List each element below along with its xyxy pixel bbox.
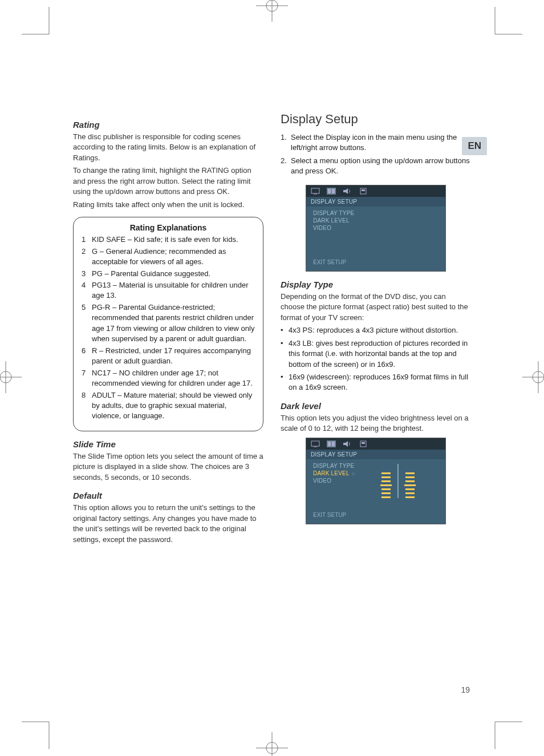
- registration-mark-icon: [522, 361, 544, 395]
- display-type-heading: Display Type: [281, 280, 471, 289]
- rating-heading: Rating: [73, 120, 263, 130]
- step-item: 1.Select the Display icon in the main me…: [281, 132, 471, 153]
- osd-menu-item: DISPLAY TYPE: [313, 210, 376, 216]
- osd-header: DISPLAY SETUP: [306, 450, 445, 459]
- rating-item: 6R – Restricted, under 17 requires accom…: [82, 346, 255, 367]
- step-number: 2.: [281, 156, 290, 177]
- bullet-item: •16x9 (widescreen): reproduces 16x9 form…: [281, 372, 471, 393]
- setup-icon: [359, 440, 368, 447]
- dark-level-heading: Dark level: [281, 401, 471, 411]
- slide-time-body: The Slide Time option lets you select th…: [73, 451, 263, 483]
- rating-item-text: NC17 – NO children under age 17; not rec…: [92, 368, 255, 389]
- osd-topbar: [306, 185, 445, 197]
- display-type-intro: Depending on the format of the DVD disc,…: [281, 292, 471, 323]
- bullet-text: 16x9 (widescreen): reproduces 16x9 forma…: [289, 372, 471, 393]
- rating-item: 5PG-R – Parental Guidance-restricted; re…: [82, 302, 255, 345]
- rating-paragraph: Rating limits take affect only when the …: [73, 200, 263, 210]
- osd-menu-item: VIDEO: [313, 478, 376, 484]
- rating-paragraph: To change the rating limit, highlight th…: [73, 165, 263, 197]
- bullet-dot-icon: •: [281, 338, 289, 370]
- bullet-dot-icon: •: [281, 325, 289, 335]
- brightness-slider-graphic: [380, 463, 416, 498]
- rating-item-number: 5: [82, 302, 92, 345]
- page-number: 19: [461, 685, 470, 694]
- crop-mark-icon: [22, 713, 56, 749]
- display-setup-heading: Display Setup: [281, 112, 471, 127]
- rating-item-number: 2: [82, 246, 92, 268]
- crop-mark-icon: [488, 713, 522, 749]
- step-text: Select a menu option using the up/down a…: [290, 156, 471, 177]
- svg-rect-18: [362, 189, 365, 191]
- crop-mark-icon: [488, 7, 522, 43]
- registration-mark-icon: [256, 732, 288, 756]
- bullet-text: 4x3 PS: reproduces a 4x3 picture without…: [289, 325, 471, 335]
- step-item: 2.Select a menu option using the up/down…: [281, 156, 471, 177]
- monitor-icon: [311, 440, 320, 447]
- audio-icon: [343, 188, 352, 195]
- language-tab: EN: [462, 137, 487, 155]
- rating-item-text: PG13 – Material is unsuitable for childr…: [92, 280, 255, 301]
- osd-header: DISPLAY SETUP: [306, 197, 445, 207]
- step-text: Select the Display icon in the main menu…: [290, 132, 471, 153]
- registration-mark-icon: [256, 0, 288, 24]
- rating-explanations-title: Rating Explanations: [82, 223, 255, 232]
- bullet-dot-icon: •: [281, 372, 289, 393]
- rating-item: 1KID SAFE – Kid safe; it is safe even fo…: [82, 235, 255, 245]
- bullet-item: •4x3 LB: gives best reproduction of pict…: [281, 338, 471, 370]
- rating-item: 4PG13 – Material is unsuitable for child…: [82, 280, 255, 301]
- rating-item-text: R – Restricted, under 17 requires accomp…: [92, 346, 255, 367]
- svg-rect-19: [311, 441, 319, 446]
- rating-item-number: 4: [82, 280, 92, 301]
- rating-item-text: PG-R – Parental Guidance-restricted; rec…: [92, 302, 255, 345]
- step-number: 1.: [281, 132, 290, 153]
- default-heading: Default: [73, 491, 263, 500]
- svg-rect-12: [311, 188, 319, 193]
- osd-display-setup-screenshot: DISPLAY SETUP DISPLAY TYPEDARK LEVELVIDE…: [306, 185, 446, 272]
- triangle-right-icon: ▶: [352, 470, 356, 476]
- speaker-icon: [327, 440, 336, 447]
- rating-item-number: 3: [82, 269, 92, 279]
- rating-item-number: 1: [82, 235, 92, 245]
- rating-item-text: PG – Parental Guidance suggested.: [92, 269, 255, 279]
- monitor-icon: [311, 188, 320, 195]
- rating-item: 2G – General Audience; recommended as ac…: [82, 246, 255, 268]
- rating-item-text: G – General Audience; recommended as acc…: [92, 246, 255, 268]
- rating-explanations-box: Rating Explanations 1KID SAFE – Kid safe…: [73, 217, 263, 431]
- svg-rect-22: [332, 442, 335, 446]
- slide-time-heading: Slide Time: [73, 439, 263, 449]
- setup-icon: [359, 188, 368, 195]
- rating-item-number: 8: [82, 390, 92, 422]
- bullet-item: •4x3 PS: reproduces a 4x3 picture withou…: [281, 325, 471, 335]
- default-body: This option allows you to return the uni…: [73, 503, 263, 545]
- osd-dark-level-screenshot: DISPLAY SETUP DISPLAY TYPEDARK LEVEL ▶VI…: [306, 438, 446, 524]
- rating-item: 7NC17 – NO children under age 17; not re…: [82, 368, 255, 389]
- svg-rect-25: [362, 442, 365, 444]
- rating-item: 8ADULT – Mature material; should be view…: [82, 390, 255, 422]
- osd-exit-setup: EXIT SETUP: [306, 256, 445, 271]
- osd-menu-item: DARK LEVEL: [313, 217, 376, 224]
- rating-item: 3PG – Parental Guidance suggested.: [82, 269, 255, 279]
- svg-rect-21: [328, 442, 331, 446]
- rating-item-text: KID SAFE – Kid safe; it is safe even for…: [92, 235, 255, 245]
- rating-item-text: ADULT – Mature material; should be viewe…: [92, 390, 255, 422]
- osd-menu-item: VIDEO: [313, 225, 376, 231]
- svg-rect-15: [332, 189, 335, 193]
- osd-topbar: [306, 438, 445, 450]
- audio-icon: [343, 440, 352, 447]
- svg-marker-23: [343, 441, 348, 447]
- svg-rect-14: [328, 189, 331, 193]
- osd-menu-item: DISPLAY TYPE: [313, 463, 376, 469]
- rating-item-number: 7: [82, 368, 92, 389]
- crop-mark-icon: [22, 7, 56, 43]
- svg-marker-16: [343, 188, 348, 194]
- dark-level-body: This option lets you adjust the video br…: [281, 413, 471, 434]
- osd-menu-item: DARK LEVEL ▶: [313, 470, 376, 476]
- rating-paragraph: The disc publisher is responsible for co…: [73, 132, 263, 163]
- rating-item-number: 6: [82, 346, 92, 367]
- osd-exit-setup: EXIT SETUP: [306, 508, 445, 524]
- registration-mark-icon: [0, 361, 22, 395]
- bullet-text: 4x3 LB: gives best reproduction of pictu…: [289, 338, 471, 370]
- speaker-icon: [327, 188, 336, 195]
